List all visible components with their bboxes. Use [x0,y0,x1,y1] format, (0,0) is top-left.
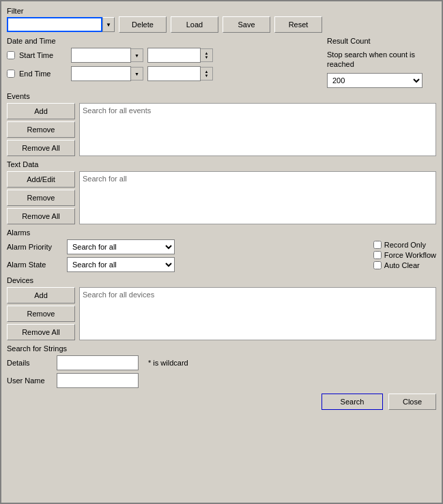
details-label: Details [7,359,51,367]
force-workflow-checkbox[interactable] [373,251,382,259]
username-row: User Name [7,373,436,388]
devices-text-area: Search for all devices [79,287,436,340]
start-time-input[interactable]: 03:28:26 PM [147,48,201,63]
username-label: User Name [7,376,51,385]
result-count-label: Result Count [327,37,436,45]
alarms-section: Alarms Alarm Priority Search for all Low… [7,228,436,272]
end-time-input[interactable]: 03:28:26 PM [147,66,201,81]
events-label: Events [7,92,436,100]
filter-label: Filter [7,7,436,15]
auto-clear-row: Auto Clear [373,261,436,269]
auto-clear-label: Auto Clear [384,261,420,269]
datetime-section: Date and Time Start Time 11/11/2014 ▼ 03… [7,37,320,88]
wildcard-note: * is wildcard [148,359,188,367]
filter-input[interactable]: Default filter [7,17,102,32]
alarm-state-label: Alarm State [7,261,61,269]
alarm-state-select[interactable]: Search for all Active Acknowledged Clear… [67,257,175,272]
devices-label: Devices [7,276,436,284]
end-time-label: End Time [19,70,67,78]
delete-button[interactable]: Delete [119,16,167,33]
bottom-buttons: Search Close [7,394,436,410]
text-data-text-area: Search for all [79,171,436,224]
events-remove-all-button[interactable]: Remove All [7,140,75,156]
close-button[interactable]: Close [388,394,436,410]
events-remove-button[interactable]: Remove [7,121,75,138]
search-button[interactable]: Search [321,394,383,410]
load-button[interactable]: Load [171,16,218,33]
text-data-remove-button[interactable]: Remove [7,190,75,206]
force-workflow-row: Force Workflow [373,251,436,259]
start-time-spin[interactable]: ▲ ▼ [201,48,213,62]
result-count-section: Result Count Stop search when count is r… [327,37,436,88]
devices-section: Devices Add Remove Remove All Search for… [7,276,436,340]
save-button[interactable]: Save [223,16,270,33]
text-data-section: Text Data Add/Edit Remove Remove All Sea… [7,160,436,224]
end-time-spin[interactable]: ▲ ▼ [201,67,213,80]
search-strings-section: Search for Strings Details * is wildcard… [7,344,436,388]
alarm-priority-select[interactable]: Search for all Low Medium High [67,239,175,254]
record-only-checkbox[interactable] [373,241,382,249]
alarm-state-row: Alarm State Search for all Active Acknow… [7,257,362,272]
filter-section: Filter Default filter ▼ Delete Load Save… [7,7,436,33]
force-workflow-label: Force Workflow [384,251,436,259]
result-count-description: Stop search when count is reached [327,50,433,70]
start-date-input[interactable]: 11/11/2014 [71,48,131,63]
end-time-row: End Time 11/12/2014 ▼ 03:28:26 PM ▲ ▼ [7,66,320,81]
start-date-arrow[interactable]: ▼ [131,48,143,62]
events-add-button[interactable]: Add [7,103,75,119]
start-time-row: Start Time 11/11/2014 ▼ 03:28:26 PM ▲ ▼ [7,48,320,63]
start-time-label: Start Time [19,51,67,59]
end-date-input[interactable]: 11/12/2014 [71,66,131,81]
events-text-area: Search for all events [79,103,436,156]
alarm-priority-row: Alarm Priority Search for all Low Medium… [7,239,362,254]
alarm-priority-label: Alarm Priority [7,243,61,251]
details-input[interactable] [57,355,139,370]
datetime-label: Date and Time [7,37,320,45]
text-data-remove-all-button[interactable]: Remove All [7,208,75,224]
text-data-label: Text Data [7,160,436,168]
text-data-add-edit-button[interactable]: Add/Edit [7,171,75,188]
reset-button[interactable]: Reset [274,16,322,33]
devices-remove-all-button[interactable]: Remove All [7,324,75,340]
alarms-label: Alarms [7,228,436,237]
result-count-select[interactable]: 200 500 1000 All [327,73,423,88]
details-row: Details * is wildcard [7,355,436,370]
end-date-arrow[interactable]: ▼ [131,67,143,80]
filter-dropdown-btn[interactable]: ▼ [102,17,115,32]
main-window: Filter Default filter ▼ Delete Load Save… [0,0,443,504]
username-input[interactable] [57,373,139,388]
search-strings-label: Search for Strings [7,344,436,353]
end-time-checkbox[interactable] [7,70,15,78]
devices-add-button[interactable]: Add [7,287,75,303]
record-only-label: Record Only [384,241,426,249]
auto-clear-checkbox[interactable] [373,261,382,269]
devices-remove-button[interactable]: Remove [7,306,75,322]
events-section: Events Add Remove Remove All Search for … [7,92,436,156]
start-time-checkbox[interactable] [7,51,15,59]
record-only-row: Record Only [373,241,436,249]
